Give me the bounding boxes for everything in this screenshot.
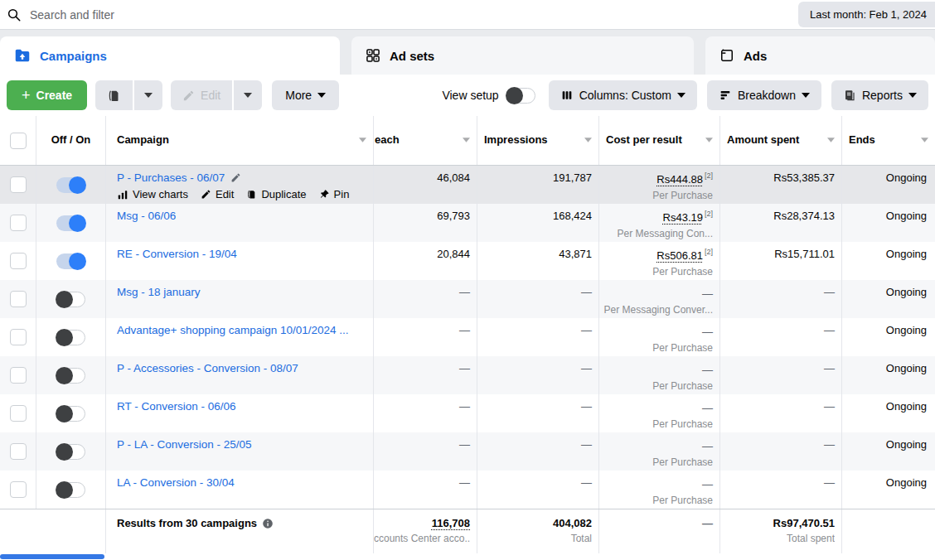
campaign-name-link[interactable]: Msg - 06/06 [117, 210, 176, 222]
campaign-name-link[interactable]: Advantage+ shopping campaign 10/01/2024 … [117, 324, 349, 336]
ends-cell: Ongoing [841, 394, 935, 432]
row-duplicate-button[interactable]: Duplicate [246, 188, 306, 200]
campaign-name-link[interactable]: P - Accessories - Conversion - 08/07 [117, 362, 298, 374]
campaign-toggle[interactable] [56, 215, 85, 231]
row-edit-label: Edit [216, 188, 234, 200]
campaign-name-link[interactable]: P - Purchases - 06/07 [117, 171, 225, 184]
impressions-cell: 43,871 [477, 242, 598, 280]
create-button-label: Create [36, 89, 73, 102]
header-reach[interactable]: each [373, 116, 477, 165]
reach-total[interactable]: 116,708 [374, 517, 470, 529]
table-row[interactable]: Msg - 18 january — — — Per Messaging Con… [0, 280, 935, 318]
cost-value[interactable]: — [702, 326, 713, 338]
table-row[interactable]: P - LA - Conversion - 25/05 — — — Per Pu… [0, 432, 935, 471]
sort-caret-icon[interactable] [827, 138, 835, 142]
edit-button[interactable]: Edit [171, 80, 232, 110]
header-off-on: Off / On [36, 116, 105, 165]
header-campaign[interactable]: Campaign [105, 116, 373, 165]
duplicate-button[interactable] [95, 80, 133, 110]
campaign-toggle[interactable] [56, 406, 85, 422]
table-row[interactable]: RT - Conversion - 06/06 — — — Per Purcha… [0, 394, 935, 432]
header-cost-per-result[interactable]: Cost per result [598, 116, 719, 165]
row-checkbox[interactable] [10, 176, 27, 193]
row-checkbox[interactable] [10, 481, 27, 498]
campaign-name-link[interactable]: P - LA - Conversion - 25/05 [117, 438, 252, 451]
tab-ads[interactable]: Ads [705, 36, 935, 75]
table-row[interactable]: LA - Conversion - 30/04 — — — Per Purcha… [0, 471, 935, 509]
cost-footnote-ref: [2] [705, 171, 713, 180]
row-edit-button[interactable]: Edit [201, 188, 234, 200]
edit-menu-button[interactable] [234, 80, 262, 110]
row-checkbox[interactable] [10, 329, 27, 345]
campaign-toggle[interactable] [56, 292, 85, 307]
row-check-cell [0, 204, 36, 242]
cost-value[interactable]: — [702, 440, 713, 452]
pin-icon [319, 189, 330, 200]
select-all-cell [0, 116, 36, 165]
info-icon[interactable] [262, 518, 274, 529]
sort-caret-icon[interactable] [584, 138, 592, 142]
cost-value[interactable]: Rs506.81 [656, 249, 703, 262]
cost-result-type: Per Messaging Con... [599, 228, 713, 239]
cost-value[interactable]: — [702, 402, 713, 414]
view-charts-button[interactable]: View charts [117, 188, 188, 200]
date-range-button[interactable]: Last month: Feb 1, 2024 [798, 2, 935, 27]
row-toggle-cell [36, 356, 105, 394]
campaign-toggle[interactable] [56, 482, 85, 498]
cost-value[interactable]: — [702, 478, 713, 490]
tab-adsets[interactable]: Ad sets [351, 36, 694, 75]
table-row[interactable]: Msg - 06/06 69,793 168,424 Rs43.19[2] Pe… [0, 204, 935, 242]
search-bar: Last month: Feb 1, 2024 [0, 0, 935, 30]
campaign-toggle[interactable] [56, 368, 85, 384]
cost-value[interactable]: Rs444.88 [656, 173, 703, 186]
row-checkbox[interactable] [10, 443, 27, 460]
sort-caret-icon[interactable] [359, 138, 366, 142]
ends-cell: Ongoing [841, 242, 935, 280]
reports-button[interactable]: Reports [831, 80, 928, 110]
create-button[interactable]: + Create [7, 80, 87, 110]
cost-footnote-ref: [2] [705, 210, 713, 218]
row-checkbox[interactable] [10, 367, 27, 384]
campaign-toggle[interactable] [56, 444, 85, 460]
sort-caret-icon[interactable] [921, 138, 928, 142]
columns-button[interactable]: Columns: Custom [549, 80, 697, 110]
amount-spent-cell: Rs53,385.37 [719, 166, 841, 204]
header-ends[interactable]: Ends [841, 116, 935, 165]
campaign-toggle[interactable] [56, 253, 85, 269]
adsets-grid-icon [365, 47, 381, 64]
view-setup-toggle[interactable] [506, 88, 535, 104]
sort-caret-icon[interactable] [705, 138, 713, 142]
cost-result-type: Per Purchase [599, 380, 713, 392]
cost-value[interactable]: — [702, 287, 713, 300]
row-checkbox[interactable] [10, 405, 27, 422]
horizontal-scrollbar-thumb[interactable] [0, 554, 104, 559]
header-amount-spent[interactable]: Amount spent [719, 116, 841, 165]
table-row[interactable]: P - Accessories - Conversion - 08/07 — —… [0, 356, 935, 394]
row-check-cell [0, 318, 36, 356]
row-checkbox[interactable] [10, 215, 27, 231]
campaign-toggle[interactable] [56, 177, 85, 193]
campaign-name-link[interactable]: Msg - 18 january [117, 286, 201, 298]
campaign-name-link[interactable]: LA - Conversion - 30/04 [117, 476, 235, 489]
breakdown-button[interactable]: Breakdown [707, 80, 821, 110]
row-pin-button[interactable]: Pin [319, 188, 350, 200]
cost-value[interactable]: Rs43.19 [663, 211, 703, 224]
row-checkbox[interactable] [10, 253, 27, 269]
table-row[interactable]: Advantage+ shopping campaign 10/01/2024 … [0, 318, 935, 356]
duplicate-menu-button[interactable] [134, 80, 162, 110]
campaign-name-link[interactable]: RE - Conversion - 19/04 [117, 248, 237, 260]
more-button[interactable]: More [272, 80, 339, 110]
campaign-toggle[interactable] [56, 330, 85, 345]
cost-value[interactable]: — [702, 364, 713, 376]
select-all-checkbox[interactable] [10, 133, 27, 149]
row-check-cell [0, 242, 36, 280]
campaign-rename-icon[interactable] [230, 172, 241, 183]
sort-caret-icon[interactable] [463, 138, 470, 142]
row-checkbox[interactable] [10, 291, 27, 307]
header-impressions[interactable]: Impressions [477, 116, 598, 165]
campaign-name-link[interactable]: RT - Conversion - 06/06 [117, 400, 236, 413]
table-row[interactable]: RE - Conversion - 19/04 20,844 43,871 Rs… [0, 242, 935, 280]
spent-total: Rs97,470.51 [720, 517, 835, 529]
tab-campaigns[interactable]: Campaigns [0, 36, 340, 75]
table-row[interactable]: P - Purchases - 06/07 View charts Edit [0, 166, 935, 204]
